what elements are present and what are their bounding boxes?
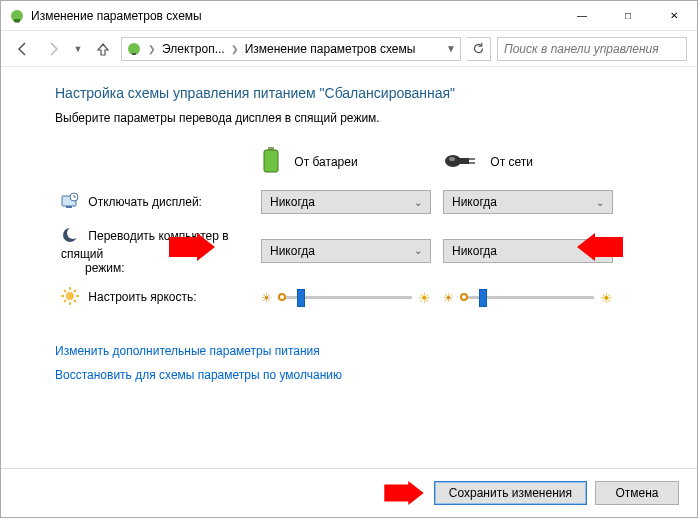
- column-battery: От батареи: [255, 141, 437, 184]
- svg-point-8: [445, 155, 461, 167]
- svg-line-25: [64, 300, 66, 302]
- cancel-button[interactable]: Отмена: [595, 481, 679, 505]
- battery-icon: [261, 147, 281, 178]
- window-title: Изменение параметров схемы: [31, 9, 559, 23]
- sun-bright-icon: ☀: [418, 290, 431, 306]
- row-brightness-label: Настроить яркость:: [88, 290, 196, 304]
- up-button[interactable]: [91, 37, 115, 61]
- monitor-clock-icon: [61, 192, 79, 213]
- row-sleep-label-b: режим:: [85, 261, 125, 275]
- chevron-down-icon: ⌄: [414, 245, 422, 256]
- refresh-button[interactable]: [467, 37, 491, 61]
- search-input[interactable]: [497, 37, 687, 61]
- dropdown-display-ac[interactable]: Никогда ⌄: [443, 190, 613, 214]
- svg-rect-2: [15, 22, 19, 23]
- chevron-down-icon[interactable]: ▼: [446, 43, 456, 54]
- svg-marker-28: [577, 233, 623, 261]
- save-button-label: Сохранить изменения: [449, 486, 572, 500]
- cancel-button-label: Отмена: [615, 486, 658, 500]
- dropdown-value: Никогда: [452, 195, 497, 209]
- annotation-arrow: [577, 233, 623, 261]
- row-display-label: Отключать дисплей:: [88, 194, 202, 208]
- forward-button[interactable]: [41, 37, 65, 61]
- row-display-off: Отключать дисплей:: [55, 184, 255, 220]
- svg-rect-4: [132, 53, 136, 55]
- breadcrumb-item[interactable]: Изменение параметров схемы: [245, 42, 416, 56]
- dropdown-sleep-battery[interactable]: Никогда ⌄: [261, 239, 431, 263]
- links-area: Изменить дополнительные параметры питани…: [55, 344, 657, 382]
- brightness-icon: [61, 287, 79, 308]
- annotation-arrow: [169, 233, 215, 261]
- svg-marker-29: [384, 481, 423, 505]
- recent-locations-button[interactable]: ▼: [71, 37, 85, 61]
- link-restore-defaults[interactable]: Восстановить для схемы параметры по умол…: [55, 368, 342, 382]
- svg-point-18: [66, 292, 74, 300]
- close-button[interactable]: ✕: [651, 1, 697, 30]
- slider-track[interactable]: [278, 296, 412, 299]
- row-brightness: Настроить яркость:: [55, 281, 255, 314]
- page-subtext: Выберите параметры перевода дисплея в сп…: [55, 111, 657, 125]
- slider-thumb[interactable]: [297, 289, 305, 307]
- sun-dim-icon: ☀: [443, 291, 454, 305]
- slider-thumb[interactable]: [479, 289, 487, 307]
- link-advanced-settings[interactable]: Изменить дополнительные параметры питани…: [55, 344, 320, 358]
- dropdown-value: Никогда: [270, 195, 315, 209]
- window: Изменение параметров схемы — □ ✕ ▼ ❯ Эле…: [0, 0, 698, 518]
- svg-line-26: [74, 290, 76, 292]
- slider-track[interactable]: [460, 296, 594, 299]
- dropdown-value: Никогда: [452, 244, 497, 258]
- svg-rect-14: [66, 206, 72, 208]
- svg-line-23: [64, 290, 66, 292]
- chevron-right-icon: ❯: [148, 44, 156, 54]
- sun-dim-icon: ☀: [261, 291, 272, 305]
- svg-point-12: [449, 157, 455, 161]
- breadcrumb-item[interactable]: Электроп...: [162, 42, 225, 56]
- address-bar[interactable]: ❯ Электроп... ❯ Изменение параметров схе…: [121, 37, 461, 61]
- slider-min-dot: [460, 293, 468, 301]
- settings-grid: От батареи От сети Отключать дисплей:: [55, 141, 619, 314]
- content-area: Настройка схемы управления питанием "Сба…: [1, 67, 697, 468]
- power-options-icon: [9, 8, 25, 24]
- maximize-button[interactable]: □: [605, 1, 651, 30]
- slider-brightness-battery[interactable]: ☀ ☀: [261, 290, 431, 306]
- row-sleep: Переводить компьютер в спящий режим:: [55, 220, 255, 281]
- svg-rect-6: [264, 150, 278, 172]
- col-ac-label: От сети: [490, 155, 533, 169]
- page-title: Настройка схемы управления питанием "Сба…: [55, 85, 657, 101]
- svg-rect-11: [469, 162, 475, 164]
- chevron-down-icon: ⌄: [596, 197, 604, 208]
- window-controls: — □ ✕: [559, 1, 697, 30]
- titlebar: Изменение параметров схемы — □ ✕: [1, 1, 697, 31]
- slider-min-dot: [278, 293, 286, 301]
- svg-rect-9: [459, 158, 469, 164]
- dropdown-display-battery[interactable]: Никогда ⌄: [261, 190, 431, 214]
- footer: Сохранить изменения Отмена: [1, 468, 697, 517]
- svg-line-24: [74, 300, 76, 302]
- save-button[interactable]: Сохранить изменения: [434, 481, 587, 505]
- slider-brightness-ac[interactable]: ☀ ☀: [443, 290, 613, 306]
- back-button[interactable]: [11, 37, 35, 61]
- minimize-button[interactable]: —: [559, 1, 605, 30]
- dropdown-value: Никогда: [270, 244, 315, 258]
- chevron-down-icon: ⌄: [414, 197, 422, 208]
- nav-row: ▼ ❯ Электроп... ❯ Изменение параметров с…: [1, 31, 697, 67]
- svg-point-17: [67, 227, 79, 239]
- svg-rect-1: [14, 19, 20, 22]
- power-plug-icon: [126, 41, 142, 57]
- col-battery-label: От батареи: [294, 155, 357, 169]
- sun-bright-icon: ☀: [600, 290, 613, 306]
- svg-marker-27: [169, 233, 215, 261]
- annotation-arrow: [384, 481, 424, 505]
- column-ac: От сети: [437, 141, 619, 184]
- moon-icon: [61, 226, 79, 247]
- ac-plug-icon: [443, 152, 477, 173]
- svg-rect-10: [469, 158, 475, 160]
- chevron-right-icon: ❯: [231, 44, 239, 54]
